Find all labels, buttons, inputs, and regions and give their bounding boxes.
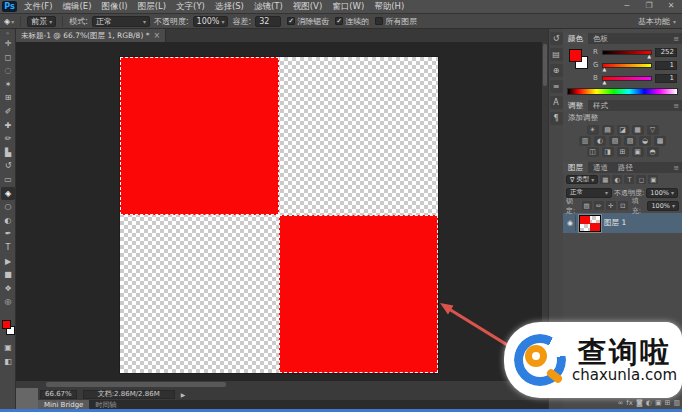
adjustment-icon-0-3[interactable]: ▦ — [632, 125, 644, 135]
tool-hand[interactable]: ❖ — [1, 282, 15, 295]
tool-pen[interactable]: ✒ — [1, 227, 15, 240]
close-button[interactable]: ✕ — [664, 1, 678, 10]
transparent-square-top-right[interactable] — [279, 57, 438, 215]
layer-action-icon-0[interactable]: ∞ — [618, 399, 624, 407]
tool-preset-picker[interactable]: ◈ ▾ — [4, 17, 14, 26]
tool-dodge[interactable]: ◐ — [1, 214, 15, 227]
lock-icon-2[interactable]: ✛ — [606, 201, 616, 210]
adjustment-icon-2-4[interactable]: ◓ — [647, 147, 659, 157]
adjustment-icon-1-3[interactable]: ▨ — [624, 136, 636, 146]
mode-select[interactable]: 正常 ▾ — [92, 16, 150, 27]
tool-brush[interactable]: ✏ — [1, 132, 15, 145]
checkbox-box-icon[interactable]: ✓ — [287, 17, 295, 25]
tool-healing-brush[interactable]: ✚ — [1, 119, 15, 132]
adjustment-icon-0-2[interactable]: ◪ — [617, 125, 629, 135]
lock-icon-0[interactable]: ▨ — [582, 201, 592, 210]
tool-type[interactable]: T — [1, 241, 15, 254]
layer-filter-icon-0[interactable]: ▦ — [600, 175, 610, 184]
layer-name[interactable]: 图层 1 — [604, 218, 626, 228]
zoom-level-input[interactable]: 66.67% — [40, 390, 77, 399]
foreground-color-swatch[interactable] — [2, 320, 11, 329]
adjustment-icon-1-1[interactable]: ◐ — [594, 136, 606, 146]
channel-value-R[interactable]: 252 — [655, 48, 677, 57]
layers-tab-1[interactable]: 通道 — [588, 162, 613, 173]
workspace-switcher[interactable]: 基本功能 ▾ — [638, 16, 676, 27]
scrollbar-thumb[interactable] — [543, 44, 547, 86]
layers-tab-0[interactable]: 图层 — [563, 162, 588, 173]
paragraph-panel-icon[interactable]: ¶ — [550, 112, 563, 125]
checkbox-contiguous[interactable]: ✓连续的 — [335, 16, 369, 27]
tool-paint-bucket[interactable]: ◈ — [1, 187, 15, 200]
adjustment-icon-2-2[interactable]: ⊞ — [617, 147, 629, 157]
red-square-top-left[interactable] — [120, 57, 279, 215]
color-spectrum-ramp[interactable] — [567, 88, 678, 95]
opacity-input[interactable]: 100% ▾ — [193, 16, 229, 27]
tool-blur[interactable]: ○ — [1, 200, 15, 213]
adjustment-icon-1-5[interactable]: ▩ — [654, 136, 666, 146]
tool-eraser[interactable]: ▭ — [1, 173, 15, 186]
channel-slider-B[interactable]: ▲ — [602, 76, 652, 81]
adjustment-icon-1-4[interactable]: ◒ — [639, 136, 651, 146]
layers-tab-2[interactable]: 路径 — [613, 162, 638, 173]
bottom-tab-0[interactable]: Mini Bridge — [38, 400, 89, 409]
layer-action-icon-5[interactable]: ⊞ — [665, 399, 671, 407]
menu-item-type[interactable]: 文字(Y) — [171, 1, 210, 13]
minimize-button[interactable]: ─ — [620, 1, 634, 10]
tool-move[interactable]: ✛ — [1, 37, 15, 50]
transparent-square-bottom-left[interactable] — [120, 215, 279, 373]
menu-item-layer[interactable]: 图层(L) — [133, 1, 171, 13]
restore-button[interactable]: ❐ — [642, 1, 656, 10]
adjustment-icon-0-4[interactable]: ▽ — [647, 125, 659, 135]
menu-item-filter[interactable]: 滤镜(T) — [249, 1, 288, 13]
clone-source-panel-icon[interactable]: ⊕ — [550, 64, 563, 77]
layer-filter-icon-4[interactable]: ▣ — [648, 175, 658, 184]
tool-quick-mask[interactable]: ▣ — [1, 341, 15, 354]
layer-opacity-input[interactable]: 100% ▾ — [646, 188, 678, 198]
collapse-toolbar-button[interactable]: » — [0, 29, 15, 36]
horizontal-scrollbar[interactable] — [16, 381, 542, 388]
info-panel-icon[interactable]: ≡ — [550, 80, 563, 93]
visibility-eye-icon[interactable]: ◉ — [565, 215, 576, 231]
color-tab-0[interactable]: 颜色 — [563, 33, 588, 44]
adjustment-icon-2-0[interactable]: ◫ — [587, 147, 599, 157]
channel-value-G[interactable]: 1 — [655, 61, 677, 70]
panel-menu-icon[interactable]: ≡ — [673, 164, 682, 172]
slider-marker-icon[interactable]: ▲ — [603, 79, 607, 85]
filter-type-select[interactable]: ∇ 类型 ▾ — [566, 175, 598, 184]
slider-marker-icon[interactable]: ▲ — [647, 53, 651, 59]
checkbox-anti-alias[interactable]: ✓消除锯齿 — [287, 16, 329, 27]
layer-action-icon-1[interactable]: fx — [626, 399, 633, 407]
panel-menu-icon[interactable]: ≡ — [673, 102, 682, 110]
canvas-area[interactable] — [16, 42, 548, 388]
tolerance-input[interactable]: 32 — [255, 16, 281, 27]
checkbox-box-icon[interactable]: ✓ — [335, 17, 343, 25]
tool-eyedropper[interactable]: ✐ — [1, 105, 15, 118]
checkbox-box-icon[interactable] — [375, 17, 383, 25]
properties-panel-icon[interactable]: ▤ — [550, 48, 563, 61]
channel-slider-R[interactable]: ▲ — [602, 50, 652, 55]
panel-menu-icon[interactable]: ≡ — [673, 35, 682, 43]
tool-path-selection[interactable]: ▶ — [1, 255, 15, 268]
tool-crop[interactable]: ⊞ — [1, 91, 15, 104]
menu-item-help[interactable]: 帮助(H) — [369, 1, 409, 13]
menu-item-image[interactable]: 图像(I) — [97, 1, 133, 13]
tool-clone-stamp[interactable]: ▙ — [1, 146, 15, 159]
fill-input[interactable]: 100% ▾ — [647, 201, 679, 211]
layer-thumbnail[interactable] — [579, 215, 601, 232]
character-panel-icon[interactable]: A — [550, 96, 563, 109]
color-tab-1[interactable]: 色板 — [588, 33, 613, 44]
menu-item-select[interactable]: 选择(S) — [210, 1, 249, 13]
layer-action-icon-2[interactable]: ◙ — [636, 399, 643, 407]
tool-magic-wand[interactable]: ✶ — [1, 78, 15, 91]
tool-screen-mode[interactable]: ◧ — [1, 355, 15, 368]
history-panel-icon[interactable]: ↺ — [550, 32, 563, 45]
adjustment-icon-2-1[interactable]: ◨ — [602, 147, 614, 157]
adjustments-tab-0[interactable]: 调整 — [563, 100, 588, 111]
adjustment-icon-0-0[interactable]: ☀ — [587, 125, 599, 135]
menu-item-file[interactable]: 文件(F) — [19, 1, 58, 13]
menu-item-view[interactable]: 视图(V) — [288, 1, 327, 13]
scrollbar-thumb[interactable] — [46, 382, 226, 387]
lock-icon-3[interactable]: ⊡ — [618, 201, 628, 210]
foreground-color-swatch[interactable] — [569, 49, 582, 62]
channel-slider-G[interactable]: ▲ — [602, 63, 652, 68]
